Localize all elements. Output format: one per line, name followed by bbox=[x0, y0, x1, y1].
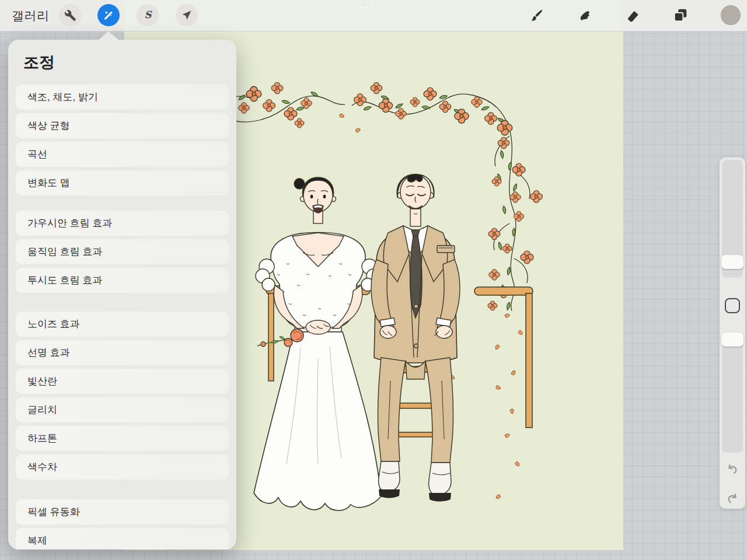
menu-item[interactable]: 변화도 맵 bbox=[16, 170, 229, 195]
menu-item-label: 노이즈 효과 bbox=[16, 317, 80, 331]
menu-item-label: 색수차 bbox=[16, 460, 57, 474]
menu-item-label: 복제 bbox=[16, 534, 47, 547]
menu-item-label: 글리치 bbox=[16, 403, 57, 416]
wrench-icon bbox=[64, 9, 76, 22]
actions-button[interactable] bbox=[59, 4, 81, 26]
menu-item[interactable]: 노이즈 효과 bbox=[16, 312, 229, 337]
opacity-slider[interactable] bbox=[722, 332, 743, 453]
svg-text:S: S bbox=[144, 9, 152, 20]
menu-item[interactable]: 색조, 채도, 밝기 bbox=[16, 85, 229, 110]
smudge-button[interactable] bbox=[574, 5, 595, 26]
menu-item[interactable]: 빛산란 bbox=[16, 369, 229, 394]
panel-title: 조정 bbox=[23, 52, 236, 72]
menu-item-label: 선명 효과 bbox=[16, 346, 70, 359]
menu-item-label: 움직임 흐림 효과 bbox=[16, 245, 102, 258]
menu-item[interactable]: 가우시안 흐림 효과 bbox=[16, 211, 229, 236]
menu-item[interactable]: 색수차 bbox=[16, 454, 229, 480]
menu-item[interactable]: 곡선 bbox=[16, 142, 229, 167]
menu-item-label: 투시도 흐림 효과 bbox=[16, 274, 102, 287]
menu-group-2: 가우시안 흐림 효과움직임 흐림 효과투시도 흐림 효과 bbox=[16, 211, 229, 293]
menu-item-label: 변화도 맵 bbox=[16, 176, 70, 190]
menu-item[interactable]: 색상 균형 bbox=[16, 113, 229, 138]
sidebar-controls bbox=[720, 158, 745, 509]
menu-item[interactable]: 선명 효과 bbox=[16, 340, 229, 365]
layers-icon bbox=[673, 8, 688, 23]
redo-button[interactable] bbox=[725, 491, 740, 506]
transform-button[interactable] bbox=[176, 4, 198, 26]
magic-wand-icon bbox=[102, 9, 115, 22]
menu-item-label: 색상 균형 bbox=[16, 119, 70, 132]
menu-item-label: 하프톤 bbox=[16, 432, 57, 445]
menu-item[interactable]: 움직임 흐림 효과 bbox=[16, 239, 229, 264]
adjustments-button[interactable] bbox=[97, 4, 120, 26]
undo-button[interactable] bbox=[725, 462, 740, 477]
menu-group-3: 노이즈 효과선명 효과빛산란글리치하프톤색수차 bbox=[16, 312, 229, 480]
menu-item[interactable]: 글리치 bbox=[16, 397, 229, 422]
menu-item[interactable]: 픽셀 유동화 bbox=[16, 499, 229, 524]
menu-item-label: 색조, 채도, 밝기 bbox=[16, 90, 98, 104]
undo-icon bbox=[725, 462, 740, 477]
top-toolbar: 갤러리 S bbox=[0, 0, 747, 32]
menu-item-label: 가우시안 흐림 효과 bbox=[16, 216, 112, 230]
layers-button[interactable] bbox=[670, 5, 691, 26]
menu-item-label: 빛산란 bbox=[16, 374, 57, 388]
eraser-button[interactable] bbox=[622, 5, 643, 26]
gallery-button[interactable]: 갤러리 bbox=[12, 8, 50, 24]
menu-item-label: 곡선 bbox=[16, 148, 47, 161]
brush-size-handle[interactable] bbox=[721, 255, 743, 269]
menu-groups: 색조, 채도, 밝기색상 균형곡선변화도 맵가우시안 흐림 효과움직임 흐림 효… bbox=[8, 85, 236, 550]
smudge-finger-icon bbox=[577, 8, 592, 23]
home-indicator-dots bbox=[360, 6, 373, 9]
menu-item[interactable]: 하프톤 bbox=[16, 426, 229, 451]
panel-caret bbox=[98, 32, 119, 40]
modify-button[interactable] bbox=[725, 298, 740, 313]
selection-s-icon: S bbox=[142, 9, 154, 22]
adjustments-panel: 조정 색조, 채도, 밝기색상 균형곡선변화도 맵가우시안 흐림 효과움직임 흐… bbox=[8, 40, 236, 550]
brush-icon bbox=[529, 8, 544, 23]
opacity-handle[interactable] bbox=[721, 332, 743, 346]
eraser-icon bbox=[625, 8, 640, 23]
selection-button[interactable]: S bbox=[137, 4, 159, 26]
brush-button[interactable] bbox=[526, 5, 547, 26]
transform-arrow-icon bbox=[181, 9, 193, 21]
color-swatch[interactable] bbox=[721, 5, 741, 25]
menu-group-4: 픽셀 유동화복제 bbox=[16, 499, 229, 550]
menu-item[interactable]: 투시도 흐림 효과 bbox=[16, 268, 229, 293]
menu-item-label: 픽셀 유동화 bbox=[16, 505, 80, 519]
menu-item[interactable]: 복제 bbox=[16, 528, 229, 550]
menu-group-1: 색조, 채도, 밝기색상 균형곡선변화도 맵 bbox=[16, 85, 229, 195]
redo-icon bbox=[725, 491, 740, 506]
